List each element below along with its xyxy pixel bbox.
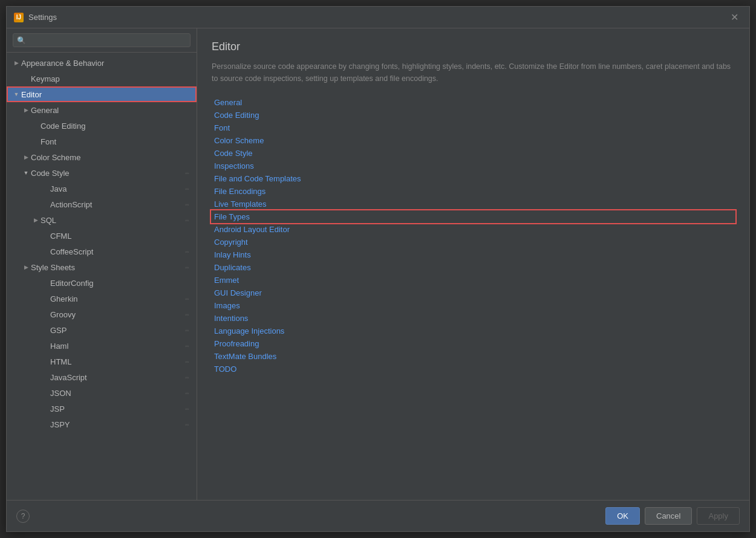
sidebar-item-javascript[interactable]: JavaScript ⎓	[7, 369, 197, 385]
sidebar-item-label: JSP	[50, 404, 182, 413]
panel-link-intentions[interactable]: Intentions	[212, 313, 735, 324]
arrow-icon	[41, 310, 50, 319]
sidebar-item-label: Java	[50, 184, 182, 193]
sidebar-item-html[interactable]: HTML ⎓	[7, 354, 197, 369]
panel-link-proofreading[interactable]: Proofreading	[212, 338, 735, 349]
panel-link-android-layout[interactable]: Android Layout Editor	[212, 224, 735, 235]
sidebar-item-keymap[interactable]: Keymap	[7, 71, 197, 86]
sidebar-item-general[interactable]: ▶ General	[7, 102, 197, 118]
panel-link-inspections[interactable]: Inspections	[212, 160, 735, 172]
arrow-icon	[31, 121, 41, 131]
panel-link-color-scheme[interactable]: Color Scheme	[212, 135, 735, 146]
panel-link-file-code-templates[interactable]: File and Code Templates	[212, 173, 735, 184]
sidebar-item-label: Gherkin	[50, 294, 182, 303]
copy-icon: ⎓	[182, 388, 192, 398]
sidebar-item-style-sheets[interactable]: ▶ Style Sheets ⎓	[7, 259, 197, 275]
panel-link-file-encodings[interactable]: File Encodings	[212, 186, 735, 197]
panel-link-gui-designer[interactable]: GUI Designer	[212, 287, 735, 299]
link-list: General Code Editing Font Color Scheme C…	[212, 97, 735, 375]
sidebar-item-cfml[interactable]: CFML	[7, 228, 197, 244]
copy-icon: ⎓	[182, 215, 192, 225]
sidebar-item-editorconfig[interactable]: EditorConfig	[7, 275, 197, 291]
arrow-icon	[41, 420, 50, 429]
panel-link-emmet[interactable]: Emmet	[212, 274, 735, 286]
sidebar-item-coffeescript[interactable]: CoffeeScript ⎓	[7, 244, 197, 259]
copy-icon: ⎓	[182, 168, 192, 178]
sidebar-item-label: JavaScript	[50, 373, 182, 382]
arrow-icon: ▼	[21, 168, 31, 178]
panel-link-images[interactable]: Images	[212, 300, 735, 311]
close-button[interactable]: ✕	[727, 10, 742, 24]
copy-icon: ⎓	[182, 310, 192, 319]
sidebar-item-label: Editor	[21, 90, 192, 99]
arrow-icon: ▼	[11, 89, 21, 99]
copy-icon: ⎓	[182, 404, 192, 413]
panel-link-duplicates[interactable]: Duplicates	[212, 262, 735, 273]
sidebar-item-sql[interactable]: ▶ SQL ⎓	[7, 212, 197, 228]
panel-link-todo[interactable]: TODO	[212, 363, 735, 375]
sidebar-item-gsp[interactable]: GSP ⎓	[7, 322, 197, 338]
sidebar-item-label: Code Style	[31, 169, 182, 178]
copy-icon: ⎓	[182, 357, 192, 366]
sidebar-item-actionscript[interactable]: ActionScript ⎓	[7, 196, 197, 212]
arrow-icon: ▶	[21, 105, 31, 115]
search-input[interactable]	[30, 36, 186, 45]
sidebar-item-json[interactable]: JSON ⎓	[7, 385, 197, 401]
arrow-icon	[41, 341, 50, 351]
ok-button[interactable]: OK	[605, 507, 640, 525]
arrow-icon	[41, 357, 50, 366]
panel-link-font[interactable]: Font	[212, 122, 735, 134]
bottom-right: OK Cancel Apply	[605, 507, 740, 525]
arrow-icon	[21, 74, 31, 83]
sidebar-item-label: Haml	[50, 342, 182, 351]
bottom-bar: ? OK Cancel Apply	[7, 500, 749, 531]
settings-dialog: IJ Settings ✕ 🔍 ▶ Appearance & Behavior	[6, 6, 750, 532]
sidebar-item-label: Appearance & Behavior	[21, 59, 192, 68]
sidebar-item-appearance[interactable]: ▶ Appearance & Behavior	[7, 55, 197, 71]
sidebar-item-color-scheme[interactable]: ▶ Color Scheme	[7, 149, 197, 165]
sidebar-item-code-style[interactable]: ▼ Code Style ⎓	[7, 165, 197, 181]
panel-link-textmate-bundles[interactable]: TextMate Bundles	[212, 351, 735, 362]
copy-icon: ⎓	[182, 184, 192, 193]
sidebar-item-code-editing[interactable]: Code Editing	[7, 118, 197, 134]
panel-link-copyright[interactable]: Copyright	[212, 236, 735, 248]
arrow-icon: ▶	[21, 152, 31, 162]
cancel-button[interactable]: Cancel	[645, 507, 692, 525]
sidebar-item-java[interactable]: Java ⎓	[7, 181, 197, 196]
arrow-icon	[41, 199, 50, 209]
copy-icon: ⎓	[182, 247, 192, 256]
panel-description: Personalize source code appearance by ch…	[212, 60, 732, 85]
sidebar-item-label: GSP	[50, 326, 182, 335]
arrow-icon	[31, 137, 41, 146]
sidebar: 🔍 ▶ Appearance & Behavior Keymap	[7, 28, 197, 500]
sidebar-item-label: Groovy	[50, 310, 182, 319]
arrow-icon	[41, 404, 50, 413]
sidebar-item-jsp[interactable]: JSP ⎓	[7, 401, 197, 416]
sidebar-item-label: HTML	[50, 357, 182, 366]
panel-link-file-types[interactable]: File Types	[212, 211, 735, 222]
sidebar-item-label: Code Editing	[41, 122, 192, 131]
sidebar-item-jspy[interactable]: JSPY ⎓	[7, 416, 197, 432]
sidebar-item-editor[interactable]: ▼ Editor	[7, 86, 197, 102]
sidebar-item-groovy[interactable]: Groovy ⎓	[7, 306, 197, 322]
arrow-icon	[41, 278, 50, 288]
panel-title: Editor	[212, 41, 735, 53]
copy-icon: ⎓	[182, 262, 192, 272]
sidebar-item-gherkin[interactable]: Gherkin ⎓	[7, 291, 197, 306]
sidebar-item-font[interactable]: Font	[7, 134, 197, 149]
panel-link-code-editing[interactable]: Code Editing	[212, 109, 735, 121]
panel-link-live-templates[interactable]: Live Templates	[212, 198, 735, 210]
sidebar-item-label: SQL	[41, 216, 182, 225]
panel-link-language-injections[interactable]: Language Injections	[212, 325, 735, 337]
copy-icon: ⎓	[182, 294, 192, 303]
search-input-wrap[interactable]: 🔍	[13, 33, 191, 47]
main-content: 🔍 ▶ Appearance & Behavior Keymap	[7, 28, 749, 500]
panel-link-inlay-hints[interactable]: Inlay Hints	[212, 249, 735, 261]
sidebar-item-haml[interactable]: Haml ⎓	[7, 338, 197, 354]
apply-button[interactable]: Apply	[697, 507, 740, 525]
panel-link-code-style[interactable]: Code Style	[212, 147, 735, 159]
help-button[interactable]: ?	[16, 510, 30, 523]
sidebar-item-label: Style Sheets	[31, 263, 182, 272]
arrow-icon: ▶	[31, 215, 41, 225]
panel-link-general[interactable]: General	[212, 97, 735, 108]
